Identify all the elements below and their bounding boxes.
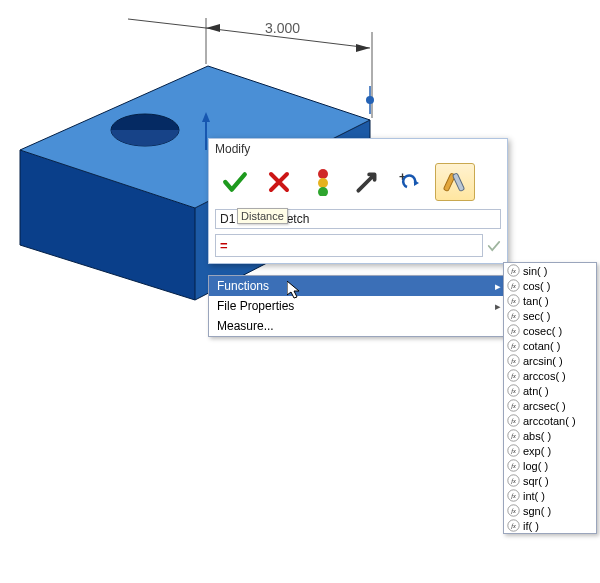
function-label: arccos( ) [523, 370, 566, 382]
fx-icon: fx [507, 489, 520, 502]
commit-check-icon[interactable] [487, 239, 501, 253]
function-label: abs( ) [523, 430, 551, 442]
fx-icon: fx [507, 519, 520, 532]
function-item[interactable]: fxcosec( ) [504, 323, 596, 338]
fx-icon: fx [507, 339, 520, 352]
svg-text:fx: fx [511, 462, 516, 469]
fx-icon: fx [507, 279, 520, 292]
dialog-toolbar: + [209, 159, 507, 207]
fx-icon: fx [507, 294, 520, 307]
function-item[interactable]: fxarcsec( ) [504, 398, 596, 413]
function-item[interactable]: fxatn( ) [504, 383, 596, 398]
svg-line-9 [128, 19, 206, 28]
svg-text:fx: fx [511, 402, 516, 409]
distance-tooltip: Distance [237, 208, 288, 224]
fx-icon: fx [507, 264, 520, 277]
function-label: if( ) [523, 520, 539, 532]
dropdown-item-measure[interactable]: Measure... [209, 316, 507, 336]
functions-submenu: fxsin( )fxcos( )fxtan( )fxsec( )fxcosec(… [503, 262, 597, 534]
function-item[interactable]: fxarccos( ) [504, 368, 596, 383]
function-item[interactable]: fxint( ) [504, 488, 596, 503]
fx-icon: fx [507, 459, 520, 472]
function-label: sqr( ) [523, 475, 549, 487]
svg-text:fx: fx [511, 357, 516, 364]
svg-text:fx: fx [511, 522, 516, 529]
fx-icon: fx [507, 414, 520, 427]
accept-button[interactable] [215, 163, 255, 201]
svg-text:fx: fx [511, 492, 516, 499]
function-item[interactable]: fxsgn( ) [504, 503, 596, 518]
function-item[interactable]: fxsec( ) [504, 308, 596, 323]
svg-text:fx: fx [511, 447, 516, 454]
dropdown-label: Functions [217, 279, 269, 293]
function-label: tan( ) [523, 295, 549, 307]
function-item[interactable]: fxif( ) [504, 518, 596, 533]
fx-icon: fx [507, 504, 520, 517]
function-label: cosec( ) [523, 325, 562, 337]
function-label: arcsec( ) [523, 400, 566, 412]
svg-text:fx: fx [511, 417, 516, 424]
fx-icon: fx [507, 309, 520, 322]
function-item[interactable]: fxabs( ) [504, 428, 596, 443]
fx-icon: fx [507, 354, 520, 367]
function-label: sin( ) [523, 265, 547, 277]
function-item[interactable]: fxarccotan( ) [504, 413, 596, 428]
function-label: arcsin( ) [523, 355, 563, 367]
dropdown-item-file-properties[interactable]: File Properties ▸ [209, 296, 507, 316]
function-label: cotan( ) [523, 340, 560, 352]
measure-button[interactable] [435, 163, 475, 201]
svg-text:fx: fx [511, 387, 516, 394]
function-item[interactable]: fxtan( ) [504, 293, 596, 308]
fx-icon: fx [507, 444, 520, 457]
fx-icon: fx [507, 369, 520, 382]
chevron-right-icon: ▸ [495, 280, 501, 293]
fx-icon: fx [507, 384, 520, 397]
svg-text:fx: fx [511, 477, 516, 484]
chevron-right-icon: ▸ [495, 300, 501, 313]
svg-text:fx: fx [511, 342, 516, 349]
svg-text:fx: fx [511, 432, 516, 439]
function-item[interactable]: fxsin( ) [504, 263, 596, 278]
svg-marker-8 [356, 44, 370, 52]
svg-text:fx: fx [511, 267, 516, 274]
expression-dropdown: Functions ▸ File Properties ▸ Measure... [208, 275, 508, 337]
svg-rect-20 [452, 173, 464, 191]
dropdown-label: File Properties [217, 299, 294, 313]
function-label: int( ) [523, 490, 545, 502]
dialog-title: Modify [209, 139, 507, 159]
svg-marker-7 [206, 24, 220, 32]
function-item[interactable]: fxcotan( ) [504, 338, 596, 353]
svg-point-14 [318, 169, 328, 179]
svg-text:fx: fx [511, 282, 516, 289]
dropdown-label: Measure... [217, 319, 274, 333]
function-item[interactable]: fxsqr( ) [504, 473, 596, 488]
fx-icon: fx [507, 429, 520, 442]
expression-input[interactable] [215, 234, 483, 257]
function-item[interactable]: fxexp( ) [504, 443, 596, 458]
tolerance-button[interactable] [303, 163, 343, 201]
link-button[interactable] [347, 163, 387, 201]
svg-text:fx: fx [511, 297, 516, 304]
fx-icon: fx [507, 474, 520, 487]
function-label: sgn( ) [523, 505, 551, 517]
function-label: log( ) [523, 460, 548, 472]
function-label: atn( ) [523, 385, 549, 397]
function-item[interactable]: fxarcsin( ) [504, 353, 596, 368]
svg-text:fx: fx [511, 312, 516, 319]
cancel-button[interactable] [259, 163, 299, 201]
function-label: sec( ) [523, 310, 551, 322]
svg-point-15 [318, 178, 328, 188]
modify-dialog: Modify + [208, 138, 508, 264]
function-label: arccotan( ) [523, 415, 576, 427]
function-item[interactable]: fxcos( ) [504, 278, 596, 293]
svg-text:fx: fx [511, 372, 516, 379]
svg-text:fx: fx [511, 507, 516, 514]
svg-text:fx: fx [511, 327, 516, 334]
update-button[interactable]: + [391, 163, 431, 201]
function-label: cos( ) [523, 280, 551, 292]
function-item[interactable]: fxlog( ) [504, 458, 596, 473]
function-label: exp( ) [523, 445, 551, 457]
fx-icon: fx [507, 399, 520, 412]
dropdown-item-functions[interactable]: Functions ▸ [209, 276, 507, 296]
svg-marker-18 [414, 180, 419, 186]
